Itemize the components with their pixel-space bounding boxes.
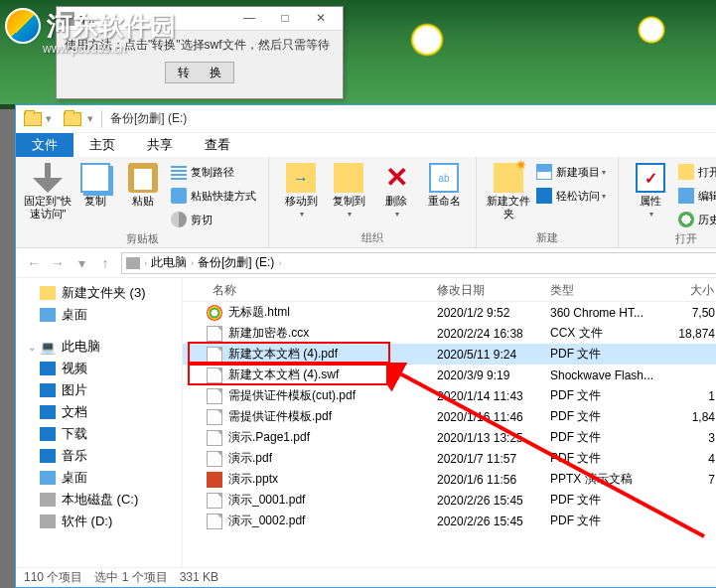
nav-cdrive[interactable]: 本地磁盘 (C:) bbox=[16, 489, 182, 511]
status-bar: 110 个项目 选中 1 个项目 331 KB bbox=[16, 567, 716, 587]
nav-newfolder[interactable]: 新建文件夹 (3) bbox=[16, 282, 182, 304]
file-date: 2020/1/13 13:25 bbox=[431, 431, 544, 445]
properties-icon bbox=[636, 163, 665, 193]
nav-music[interactable]: 音乐 bbox=[16, 445, 182, 467]
delete-button[interactable]: ✕删除▾ bbox=[372, 159, 420, 220]
file-date: 2020/1/2 9:52 bbox=[431, 306, 544, 320]
move-to-button[interactable]: 移动到▾ bbox=[277, 159, 325, 220]
properties-button[interactable]: 属性▾ bbox=[627, 159, 674, 220]
ribbon-tabs: 文件 主页 共享 查看 bbox=[16, 133, 716, 157]
file-date: 2020/1/14 11:43 bbox=[431, 389, 544, 403]
documents-icon bbox=[40, 405, 56, 419]
file-row[interactable]: 需提供证件模板.pdf2020/1/16 11:46PDF 文件1,84 bbox=[183, 406, 716, 427]
file-type: PDF 文件 bbox=[544, 429, 671, 446]
nav-downloads[interactable]: 下载 bbox=[16, 423, 182, 445]
copy-label: 复制 bbox=[84, 195, 106, 208]
group-label-organize: 组织 bbox=[277, 229, 468, 245]
file-row[interactable]: 新建加密卷.ccx2020/2/24 16:38CCX 文件18,874 bbox=[183, 323, 716, 344]
rename-button[interactable]: 重命名 bbox=[420, 159, 468, 208]
file-row[interactable]: 新建文本文档 (4).pdf2020/5/11 9:24PDF 文件 bbox=[183, 344, 716, 365]
up-button[interactable]: ↑ bbox=[93, 251, 117, 275]
move-icon bbox=[286, 163, 316, 193]
file-icon bbox=[207, 493, 222, 509]
file-row[interactable]: 演示.pdf2020/1/7 11:57PDF 文件4 bbox=[183, 448, 716, 469]
paste-button[interactable]: 粘贴 bbox=[119, 159, 167, 208]
status-text: 110 个项目 选中 1 个项目 331 KB bbox=[24, 569, 218, 586]
convert-button[interactable]: 转 换 bbox=[165, 62, 234, 83]
file-date: 2020/1/7 11:57 bbox=[431, 452, 544, 466]
edit-button[interactable]: 编辑 bbox=[674, 185, 716, 207]
maximize-button[interactable]: □ bbox=[267, 8, 303, 30]
forward-button[interactable]: → bbox=[46, 251, 70, 275]
file-name: 演示.pdf bbox=[228, 450, 272, 467]
file-row[interactable]: 演示.pptx2020/1/6 11:56PPTX 演示文稿7 bbox=[183, 469, 716, 490]
nav-desktop[interactable]: 桌面 bbox=[16, 304, 182, 326]
tab-view[interactable]: 查看 bbox=[189, 133, 246, 157]
file-row[interactable]: 演示.Page1.pdf2020/1/13 13:25PDF 文件3 bbox=[183, 427, 716, 448]
file-icon bbox=[207, 347, 222, 363]
file-row[interactable]: 无标题.html2020/1/2 9:52360 Chrome HT...7,5… bbox=[183, 302, 716, 323]
file-type: PDF 文件 bbox=[544, 387, 671, 404]
new-folder-button[interactable]: 新建文件夹 bbox=[485, 159, 532, 220]
group-label-new: 新建 bbox=[485, 229, 610, 245]
file-name: 演示_0002.pdf bbox=[228, 513, 305, 529]
file-row[interactable]: 演示_0001.pdf2020/2/26 15:45PDF 文件 bbox=[183, 490, 716, 511]
open-button[interactable]: 打开▾ bbox=[674, 161, 716, 183]
file-type: PDF 文件 bbox=[544, 450, 671, 467]
col-date[interactable]: 修改日期 bbox=[431, 278, 544, 301]
col-type[interactable]: 类型 bbox=[544, 278, 671, 301]
nav-pictures[interactable]: 图片 bbox=[16, 379, 182, 401]
downloads-icon bbox=[40, 427, 56, 441]
back-button[interactable]: ← bbox=[22, 251, 46, 275]
file-row[interactable]: 需提供证件模板(cut).pdf2020/1/14 11:43PDF 文件1 bbox=[183, 385, 716, 406]
paste-shortcut-button[interactable]: 粘贴快捷方式 bbox=[167, 185, 260, 207]
minimize-button[interactable]: — bbox=[231, 8, 267, 30]
tab-home[interactable]: 主页 bbox=[73, 133, 131, 157]
history-icon bbox=[678, 212, 694, 227]
new-item-button[interactable]: 新建项目▾ bbox=[532, 161, 610, 183]
copy-button[interactable]: 复制 bbox=[72, 159, 119, 208]
pin-button[interactable]: 固定到"快速访问" bbox=[24, 159, 72, 220]
nav-documents[interactable]: 文档 bbox=[16, 401, 182, 423]
watermark-url: www.pc0359.cn bbox=[43, 42, 126, 56]
file-size: 7,50 bbox=[671, 306, 716, 320]
folder-icon bbox=[40, 286, 56, 300]
tab-share[interactable]: 共享 bbox=[131, 133, 189, 157]
cut-button[interactable]: 剪切 bbox=[167, 209, 260, 230]
ribbon-group-clipboard: 固定到"快速访问" 复制 粘贴 复制路径 粘贴快捷方式 剪切 剪贴板 bbox=[16, 157, 269, 247]
new-folder-icon bbox=[494, 163, 523, 193]
group-label-clipboard: 剪贴板 bbox=[24, 230, 260, 246]
copy-to-button[interactable]: 复制到▾ bbox=[325, 159, 372, 220]
easy-access-button[interactable]: 轻松访问▾ bbox=[532, 185, 610, 207]
col-size[interactable]: 大小 bbox=[671, 278, 716, 301]
file-name: 需提供证件模板.pdf bbox=[228, 408, 332, 425]
copy-path-button[interactable]: 复制路径 bbox=[167, 161, 260, 183]
easy-access-icon bbox=[536, 188, 552, 204]
file-type: PDF 文件 bbox=[544, 408, 671, 425]
history-button[interactable]: 历史记录 bbox=[674, 209, 716, 230]
pc-icon: 💻 bbox=[40, 340, 56, 354]
nav-video[interactable]: 视频 bbox=[16, 358, 182, 379]
file-name: 新建文本文档 (4).pdf bbox=[228, 346, 338, 363]
file-list-pane: 名称 修改日期 类型 大小 无标题.html2020/1/2 9:52360 C… bbox=[183, 278, 716, 567]
navigation-pane: 新建文件夹 (3) 桌面 ⌄💻此电脑 视频 图片 文档 下载 音乐 桌面 本地磁… bbox=[16, 278, 183, 567]
file-row[interactable]: 新建文本文档 (4).swf2020/3/9 9:19Shockwave Fla… bbox=[183, 365, 716, 385]
nav-thispc[interactable]: ⌄💻此电脑 bbox=[16, 336, 182, 358]
nav-desktop2[interactable]: 桌面 bbox=[16, 467, 182, 489]
chevron-down-icon: ⌄ bbox=[28, 342, 38, 353]
col-name[interactable]: 名称 bbox=[183, 278, 431, 301]
file-size: 18,874 bbox=[671, 327, 716, 341]
breadcrumb-pc[interactable]: 此电脑 bbox=[147, 254, 191, 271]
paste-icon bbox=[128, 163, 158, 193]
file-name: 新建文本文档 (4).swf bbox=[228, 367, 339, 383]
breadcrumb-folder[interactable]: 备份[勿删] (E:) bbox=[194, 254, 278, 271]
file-icon bbox=[207, 388, 222, 404]
nav-ddrive[interactable]: 软件 (D:) bbox=[16, 511, 182, 532]
close-button[interactable]: ✕ bbox=[303, 8, 339, 30]
tab-file[interactable]: 文件 bbox=[16, 133, 73, 157]
recent-button[interactable]: ▾ bbox=[70, 251, 93, 275]
file-row[interactable]: 演示_0002.pdf2020/2/26 15:45PDF 文件 bbox=[183, 511, 716, 531]
explorer-titlebar[interactable]: ▾ ▾ 备份[勿删] (E:) bbox=[16, 105, 716, 133]
address-field[interactable]: › 此电脑 › 备份[勿删] (E:) › bbox=[121, 252, 716, 274]
file-icon bbox=[207, 451, 222, 467]
